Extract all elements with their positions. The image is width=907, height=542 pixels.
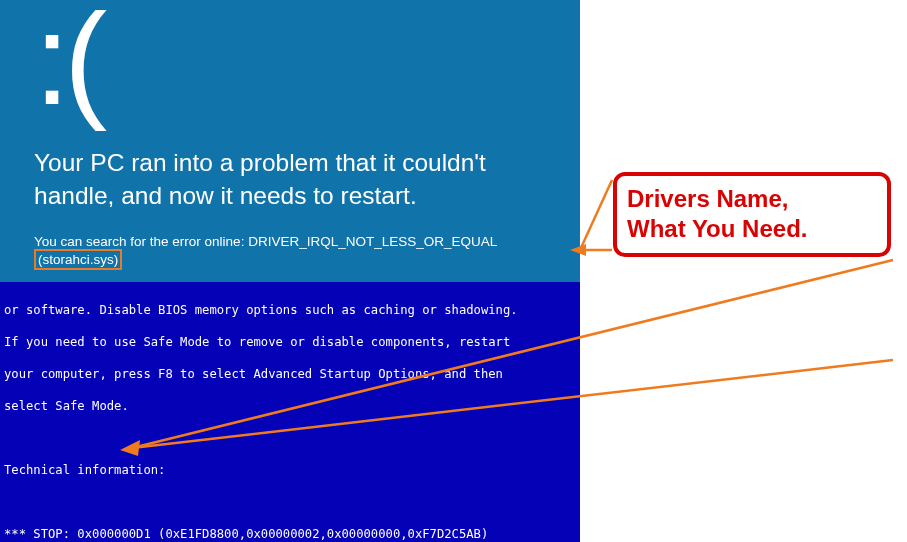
sad-face-icon: :( [34,0,546,124]
legacy-line: If you need to use Safe Mode to remove o… [0,334,580,350]
callout-line-2: What You Need. [627,214,877,244]
callout-line-1: Drivers Name, [627,184,877,214]
driver-file-highlight: (storahci.sys) [34,249,122,270]
legacy-blank [0,494,580,510]
legacy-line: your computer, press F8 to select Advanc… [0,366,580,382]
bsod-modern-panel: :( Your PC ran into a problem that it co… [0,0,580,282]
bsod-error-code: You can search for the error online: DRI… [34,234,497,249]
legacy-tech-header: Technical information: [0,462,580,478]
bsod-message: Your PC ran into a problem that it could… [34,146,546,212]
legacy-stop-code: *** STOP: 0x000000D1 (0xE1FD8800,0x00000… [0,526,580,542]
bsod-legacy-panel: or software. Disable BIOS memory options… [0,282,580,542]
legacy-blank [0,430,580,446]
bsod-subtext: You can search for the error online: DRI… [34,234,546,270]
legacy-line: select Safe Mode. [0,398,580,414]
legacy-line: or software. Disable BIOS memory options… [0,302,580,318]
svg-line-0 [580,180,612,250]
annotation-callout: Drivers Name, What You Need. [613,172,891,257]
